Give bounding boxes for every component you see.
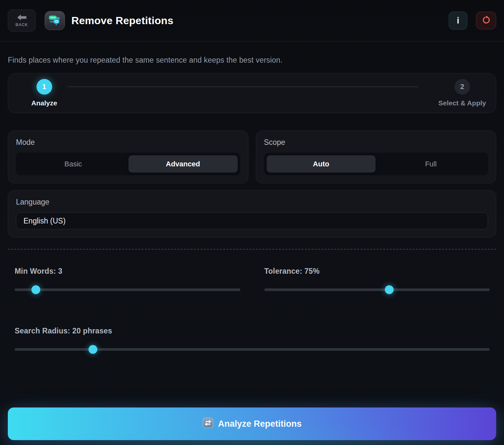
step-2-circle: 2: [454, 79, 470, 95]
mode-label: Mode: [16, 138, 240, 147]
mode-segmented-control: Basic Advanced: [16, 153, 240, 175]
scope-option-auto[interactable]: Auto: [267, 155, 376, 173]
step-analyze[interactable]: 1 Analyze: [31, 79, 57, 107]
analyze-repetitions-button[interactable]: Analyze Repetitions: [8, 407, 496, 440]
search-radius-slider-thumb[interactable]: [89, 345, 97, 354]
tool-description: Finds places where you repeated the same…: [8, 56, 496, 65]
search-radius-slider[interactable]: [15, 348, 490, 351]
step-2-label: Select & Apply: [438, 99, 486, 107]
search-radius-label: Search Radius: 20 phrases: [15, 327, 490, 335]
tolerance-slider[interactable]: [264, 288, 490, 291]
tolerance-slider-thumb[interactable]: [385, 285, 393, 294]
reset-button[interactable]: [476, 12, 496, 29]
language-selected-value: English (US): [23, 217, 66, 225]
min-words-label: Min Words: 3: [15, 267, 240, 276]
speech-bubbles-icon: [45, 11, 65, 30]
min-words-slider-thumb[interactable]: [32, 285, 40, 294]
min-words-slider-group: Min Words: 3: [15, 250, 240, 291]
page-title: Remove Repetitions: [71, 15, 173, 27]
sliders-row: Min Words: 3 Tolerance: 75%: [15, 250, 490, 291]
scope-option-full[interactable]: Full: [376, 155, 485, 173]
mode-option-advanced[interactable]: Advanced: [128, 155, 238, 173]
remove-repetitions-panel: BACK: [0, 0, 504, 445]
tolerance-label: Tolerance: 75%: [264, 267, 490, 276]
reset-icon: [482, 16, 491, 25]
header-divider: [0, 41, 504, 41]
back-button[interactable]: BACK: [8, 9, 36, 32]
scope-segmented-control: Auto Full: [264, 153, 488, 175]
stepper: 1 Analyze 2 Select & Apply: [8, 73, 496, 113]
header: BACK: [0, 0, 504, 32]
mode-option-basic[interactable]: Basic: [19, 155, 128, 173]
step-1-circle: 1: [37, 79, 52, 95]
back-button-label: BACK: [16, 23, 28, 27]
language-card: Language English (US): [8, 190, 496, 238]
language-label: Language: [16, 198, 488, 207]
analyze-repetitions-label: Analyze Repetitions: [218, 419, 302, 429]
stepper-connector: [67, 86, 418, 87]
tolerance-slider-group: Tolerance: 75%: [264, 250, 490, 291]
step-select-apply[interactable]: 2 Select & Apply: [438, 79, 486, 107]
info-button[interactable]: i: [449, 11, 467, 30]
min-words-slider[interactable]: [15, 288, 240, 291]
search-radius-slider-group: Search Radius: 20 phrases: [15, 327, 490, 351]
scope-label: Scope: [264, 138, 488, 147]
info-icon: i: [457, 16, 459, 26]
back-arrow-icon: [17, 14, 27, 22]
scope-card: Scope Auto Full: [256, 130, 497, 183]
options-row: Mode Basic Advanced Scope Auto Full: [8, 130, 496, 183]
language-select[interactable]: English (US): [16, 212, 488, 229]
repeat-icon: [202, 417, 214, 431]
mode-card: Mode Basic Advanced: [8, 130, 248, 183]
step-1-label: Analyze: [31, 99, 57, 107]
